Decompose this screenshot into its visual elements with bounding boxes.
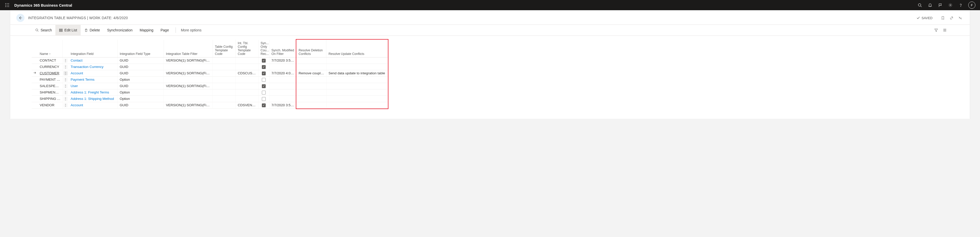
checkbox-icon[interactable]: ✓	[262, 103, 266, 107]
table-row[interactable]: CONTACT⋮ContactGUIDVERSION(1) SORTING(Fi…	[32, 57, 388, 64]
cell-resolve-update[interactable]	[326, 57, 388, 64]
col-int-field-type[interactable]: Integration Field Type	[118, 40, 164, 57]
cell-filter[interactable]: VERSION(1) SORTING(Field1) WH...	[164, 102, 213, 108]
page-menu[interactable]: Page	[157, 24, 172, 36]
cell-name[interactable]: SHIPMENT ...	[38, 89, 62, 95]
search-button[interactable]: Search	[32, 24, 56, 36]
help-icon[interactable]	[956, 0, 966, 10]
cell-sync-checkbox[interactable]	[258, 89, 269, 95]
cell-sync-checkbox[interactable]	[258, 95, 269, 102]
cell-resolve-update[interactable]	[326, 95, 388, 102]
checkbox-icon[interactable]	[262, 91, 266, 94]
cell-name[interactable]: PAYMENT T...	[38, 76, 62, 83]
synchronization-menu[interactable]: Synchronization	[103, 24, 136, 36]
collapse-icon[interactable]	[956, 14, 964, 21]
cell-name[interactable]: SALESPEOPLE	[38, 83, 62, 89]
cell-int-field[interactable]: Payment Terms	[68, 76, 118, 83]
delete-button[interactable]: Delete	[81, 24, 103, 36]
user-avatar[interactable]: F	[968, 2, 975, 9]
cell-sync-checkbox[interactable]: ✓	[258, 57, 269, 64]
cell-type[interactable]: GUID	[118, 102, 164, 108]
cell-type[interactable]: Option	[118, 95, 164, 102]
cell-modified[interactable]: 7/7/2020 4:00 PM	[269, 70, 297, 76]
edit-list-button[interactable]: Edit List	[56, 24, 81, 36]
cell-tbl-cfg[interactable]	[213, 102, 235, 108]
cell-resolve-deletion[interactable]: Remove coupling	[297, 70, 326, 76]
col-resolve-update[interactable]: Resolve Update Conflicts	[326, 40, 388, 57]
row-menu-icon[interactable]: ⋮	[64, 59, 68, 62]
cell-int-tbl-cfg[interactable]	[235, 57, 258, 64]
checkbox-icon[interactable]: ✓	[262, 72, 266, 75]
cell-int-tbl-cfg[interactable]	[235, 64, 258, 70]
cell-filter[interactable]	[164, 64, 213, 70]
cell-type[interactable]: Option	[118, 89, 164, 95]
cell-resolve-update[interactable]	[326, 64, 388, 70]
col-name[interactable]: Name ↑	[38, 40, 62, 57]
more-options[interactable]: More options	[179, 28, 204, 32]
cell-int-field[interactable]: Account	[68, 102, 118, 108]
cell-type[interactable]: Option	[118, 76, 164, 83]
cell-name[interactable]: CONTACT	[38, 57, 62, 64]
cell-filter[interactable]	[164, 95, 213, 102]
cell-int-tbl-cfg[interactable]: CDSVENDOR	[235, 102, 258, 108]
back-button[interactable]	[16, 14, 24, 22]
table-row[interactable]: VENDOR⋮AccountGUIDVERSION(1) SORTING(Fie…	[32, 102, 388, 108]
cell-tbl-cfg[interactable]	[213, 95, 235, 102]
cell-resolve-deletion[interactable]	[297, 57, 326, 64]
cell-int-tbl-cfg[interactable]: CDSCUSTOME	[235, 70, 258, 76]
mapping-menu[interactable]: Mapping	[136, 24, 157, 36]
cell-modified[interactable]: 7/7/2020 3:56 PM	[269, 57, 297, 64]
cell-resolve-deletion[interactable]	[297, 95, 326, 102]
checkbox-icon[interactable]	[262, 78, 266, 82]
cell-int-field[interactable]: Account	[68, 70, 118, 76]
cell-resolve-deletion[interactable]	[297, 76, 326, 83]
table-row[interactable]: SHIPMENT ...⋮Address 1: Freight TermsOpt…	[32, 89, 388, 95]
cell-type[interactable]: GUID	[118, 70, 164, 76]
col-tbl-cfg[interactable]: Table Config Template Code	[213, 40, 235, 57]
list-view-icon[interactable]	[941, 27, 948, 34]
cell-tbl-cfg[interactable]	[213, 76, 235, 83]
cell-resolve-deletion[interactable]	[297, 83, 326, 89]
notifications-icon[interactable]	[925, 0, 935, 10]
cell-resolve-update[interactable]	[326, 83, 388, 89]
checkbox-icon[interactable]	[262, 97, 266, 101]
cell-type[interactable]: GUID	[118, 64, 164, 70]
cell-int-field[interactable]: Transaction Currency	[68, 64, 118, 70]
cell-filter[interactable]: VERSION(1) SORTING(Field1) WH...	[164, 70, 213, 76]
row-menu-icon[interactable]: ⋮	[64, 71, 68, 75]
cell-sync-checkbox[interactable]: ✓	[258, 70, 269, 76]
checkbox-icon[interactable]: ✓	[262, 59, 266, 62]
checkbox-icon[interactable]: ✓	[262, 65, 266, 69]
col-sync-mod[interactable]: Synch. Modified On Filter	[269, 40, 297, 57]
row-menu-icon[interactable]: ⋮	[64, 65, 68, 69]
col-int-field[interactable]: Integration Field	[68, 40, 118, 57]
cell-tbl-cfg[interactable]	[213, 83, 235, 89]
table-row[interactable]: CURRENCY⋮Transaction CurrencyGUID✓	[32, 64, 388, 70]
table-row[interactable]: SHIPPING A...⋮Address 1: Shipping Method…	[32, 95, 388, 102]
cell-modified[interactable]	[269, 64, 297, 70]
cell-type[interactable]: GUID	[118, 57, 164, 64]
cell-filter[interactable]	[164, 76, 213, 83]
cell-resolve-update[interactable]	[326, 76, 388, 83]
cell-resolve-update[interactable]	[326, 89, 388, 95]
cell-tbl-cfg[interactable]	[213, 57, 235, 64]
cell-tbl-cfg[interactable]	[213, 64, 235, 70]
table-row[interactable]: CUSTOMER⋮AccountGUIDVERSION(1) SORTING(F…	[32, 70, 388, 76]
cell-tbl-cfg[interactable]	[213, 70, 235, 76]
cell-modified[interactable]	[269, 89, 297, 95]
cell-name[interactable]: SHIPPING A...	[38, 95, 62, 102]
cell-sync-checkbox[interactable]: ✓	[258, 64, 269, 70]
cell-tbl-cfg[interactable]	[213, 89, 235, 95]
cell-int-tbl-cfg[interactable]	[235, 95, 258, 102]
row-menu-icon[interactable]: ⋮	[64, 84, 68, 88]
cell-int-field[interactable]: User	[68, 83, 118, 89]
cell-resolve-update[interactable]: Send data update to integration table	[326, 70, 388, 76]
cell-modified[interactable]	[269, 83, 297, 89]
cell-sync-checkbox[interactable]	[258, 76, 269, 83]
row-menu-icon[interactable]: ⋮	[64, 91, 68, 94]
cell-resolve-update[interactable]	[326, 102, 388, 108]
bookmark-icon[interactable]	[939, 14, 946, 21]
cell-modified[interactable]	[269, 76, 297, 83]
cell-name[interactable]: CUSTOMER	[38, 70, 62, 76]
popout-icon[interactable]	[948, 14, 955, 21]
